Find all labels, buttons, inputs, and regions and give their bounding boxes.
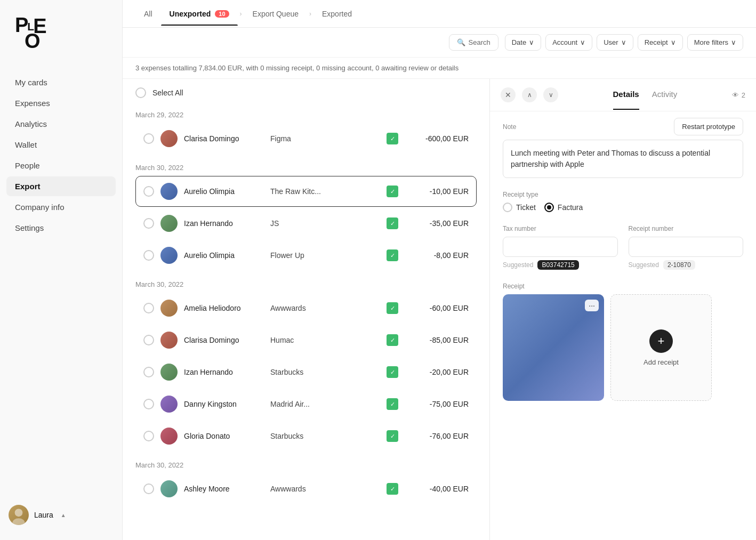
date-label-3: March 30, 2022 — [135, 280, 183, 288]
expense-row[interactable]: Clarisa Domingo Figma ✓ -600,00 EUR — [135, 123, 477, 154]
expense-checkbox[interactable] — [143, 431, 154, 441]
add-receipt-label: Add receipt — [644, 358, 679, 366]
account-filter-button[interactable]: Account ∨ — [545, 34, 592, 51]
date-label-4: March 30, 2022 — [135, 461, 183, 469]
receipt-icon: ✓ — [387, 217, 398, 229]
receipt-number-input[interactable] — [629, 237, 744, 257]
receipt-icon: ✓ — [387, 302, 398, 314]
expense-checkbox[interactable] — [143, 186, 154, 197]
tab-activity[interactable]: Activity — [652, 90, 678, 101]
receipt-filter-button[interactable]: Receipt ∨ — [638, 34, 683, 51]
sidebar-item-analytics[interactable]: Analytics — [6, 114, 116, 134]
search-button[interactable]: 🔍 Search — [449, 34, 498, 51]
sidebar-item-export[interactable]: Export — [6, 176, 116, 196]
tax-number-input[interactable] — [503, 237, 618, 257]
expense-checkbox[interactable] — [143, 250, 154, 261]
expense-row[interactable]: Izan Hernando Starbucks ✓ -20,00 EUR — [135, 357, 477, 388]
expense-amount: -10,00 EUR — [405, 187, 469, 196]
expense-checkbox[interactable] — [143, 303, 154, 313]
add-receipt-button[interactable]: + Add receipt — [610, 294, 712, 401]
tab-exported[interactable]: Exported — [313, 2, 360, 26]
select-all-checkbox[interactable] — [135, 87, 146, 98]
expense-checkbox[interactable] — [143, 335, 154, 345]
expense-row[interactable]: Amelia Heliodoro Awwwards ✓ -60,00 EUR — [135, 293, 477, 324]
sidebar-item-label: Company info — [15, 203, 65, 212]
tab-label: All — [144, 10, 152, 18]
arrow-icon: › — [240, 10, 242, 18]
receipt-type-options: Ticket Factura — [503, 203, 743, 212]
tab-details[interactable]: Details — [613, 90, 639, 101]
expense-person-name: Amelia Heliodoro — [184, 304, 264, 312]
radio-ticket[interactable]: Ticket — [503, 203, 536, 212]
expense-merchant: Awwwards — [270, 485, 380, 493]
user-filter-button[interactable]: User ∨ — [597, 34, 633, 51]
tabs-bar: All Unexported 10 › Export Queue › Expor… — [123, 0, 756, 28]
expense-checkbox[interactable] — [143, 218, 154, 229]
expense-amount: -20,00 EUR — [405, 368, 469, 376]
receipt-icon: ✓ — [387, 483, 398, 495]
receipt-number-col: Receipt number Suggested 2-10870 — [629, 225, 744, 270]
expense-checkbox[interactable] — [143, 367, 154, 377]
sidebar-item-my-cards[interactable]: My cards — [6, 72, 116, 92]
sidebar-item-company-info[interactable]: Company info — [6, 197, 116, 217]
detail-nav-down-button[interactable]: ∨ — [543, 87, 558, 102]
expense-row[interactable]: Aurelio Olimpia Flower Up ✓ -8,00 EUR — [135, 240, 477, 271]
tab-label: Exported — [322, 10, 352, 18]
search-label: Search — [469, 38, 490, 46]
tab-export-queue[interactable]: Export Queue — [244, 2, 307, 26]
more-filters-button[interactable]: More filters ∨ — [687, 34, 743, 51]
expense-list: Select All March 29, 2022 Clarisa Doming… — [123, 79, 489, 540]
avatar — [160, 183, 178, 200]
search-icon: 🔍 — [457, 38, 465, 46]
expense-amount: -76,00 EUR — [405, 432, 469, 440]
expense-row-selected[interactable]: Aurelio Olimpia The Raw Kitc... ✓ -10,00… — [135, 176, 477, 207]
detail-tabs: Details Activity — [565, 90, 726, 101]
user-profile[interactable]: Laura ▲ — [0, 494, 122, 540]
avatar — [160, 300, 178, 317]
sidebar-item-people[interactable]: People — [6, 156, 116, 175]
sidebar-item-settings[interactable]: Settings — [6, 218, 116, 238]
date-label: March 29, 2022 — [135, 111, 183, 119]
tab-unexported[interactable]: Unexported 10 — [161, 2, 238, 26]
expense-row[interactable]: Ashley Moore Awwwards ✓ -40,00 EUR — [135, 473, 477, 504]
detail-close-button[interactable]: ✕ — [501, 87, 516, 102]
date-group-header-4: March 30, 2022 — [135, 453, 477, 473]
date-filter-button[interactable]: Date ∨ — [505, 34, 541, 51]
sidebar-item-expenses[interactable]: Expenses — [6, 93, 116, 113]
note-text[interactable]: Lunch meeting with Peter and Thomas to d… — [503, 140, 743, 178]
user-label: User — [604, 38, 618, 46]
tab-label: Export Queue — [253, 10, 299, 18]
eye-count: 2 — [742, 91, 745, 99]
expense-merchant: Starbucks — [270, 432, 380, 440]
toolbar: 🔍 Search Date ∨ Account ∨ User ∨ Receipt… — [123, 28, 756, 58]
avatar — [160, 396, 178, 413]
svg-point-1 — [12, 518, 25, 525]
expense-row[interactable]: Izan Hernando JS ✓ -35,00 EUR — [135, 208, 477, 239]
expense-row[interactable]: Danny Kingston Madrid Air... ✓ -75,00 EU… — [135, 389, 477, 420]
expense-row[interactable]: Clarisa Domingo Humac ✓ -85,00 EUR — [135, 325, 477, 356]
receipt-number-label: Receipt number — [629, 225, 744, 232]
expense-checkbox[interactable] — [143, 133, 154, 144]
expense-merchant: Figma — [270, 134, 380, 143]
summary-bar: 3 expenses totalling 7,834.00 EUR, with … — [123, 58, 756, 79]
detail-nav-up-button[interactable]: ∧ — [522, 87, 537, 102]
expense-person-name: Ashley Moore — [184, 485, 264, 493]
radio-factura[interactable]: Factura — [544, 203, 583, 212]
receipt-thumbnail[interactable]: ··· — [503, 294, 604, 401]
expense-person-name: Aurelio Olimpia — [184, 251, 264, 260]
expense-row[interactable]: Gloria Donato Starbucks ✓ -76,00 EUR — [135, 421, 477, 452]
tax-suggested-chip[interactable]: B03742715 — [537, 260, 578, 270]
sidebar-item-wallet[interactable]: Wallet — [6, 135, 116, 155]
chevron-down-icon-2: ∨ — [580, 38, 585, 46]
expense-checkbox[interactable] — [143, 399, 154, 409]
tab-all[interactable]: All — [135, 2, 161, 26]
tax-suggestion-row: Suggested B03742715 — [503, 260, 618, 270]
avatar — [160, 480, 178, 497]
avatar — [160, 364, 178, 381]
receipt-suggested-chip[interactable]: 2-10870 — [663, 260, 695, 270]
radio-ticket-label: Ticket — [516, 203, 536, 212]
expense-amount: -40,00 EUR — [405, 485, 469, 493]
receipt-more-button[interactable]: ··· — [585, 300, 599, 311]
expense-checkbox[interactable] — [143, 483, 154, 494]
restart-prototype-button[interactable]: Restart prototype — [674, 118, 743, 135]
